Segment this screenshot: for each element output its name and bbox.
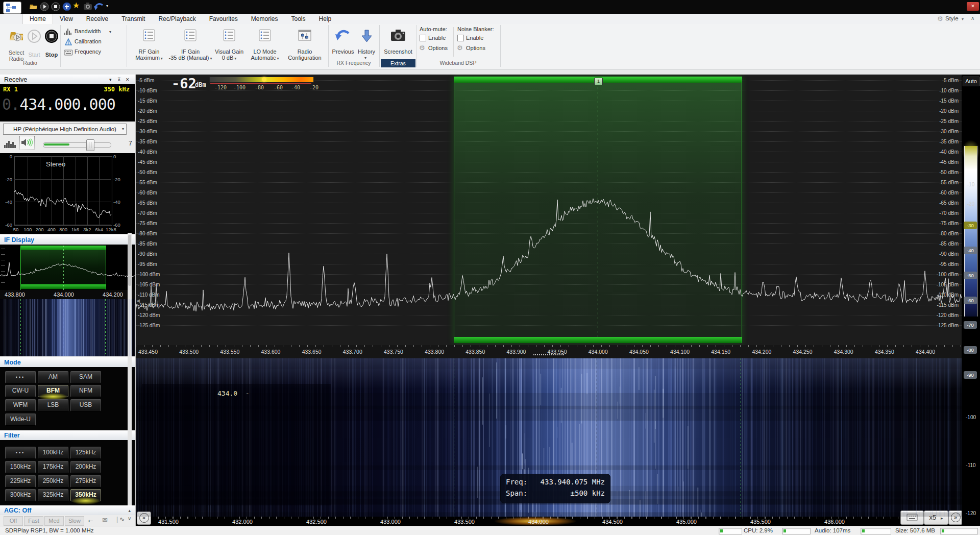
mode-button-nfm[interactable]: NFM [70, 385, 101, 397]
mode-button-wideu[interactable]: Wide-U [5, 414, 36, 426]
stop-button-quick[interactable] [51, 2, 60, 11]
panel-pin-icon[interactable]: ⊼ [117, 77, 121, 82]
agc-button-fast[interactable]: Fast [24, 516, 43, 526]
mode-button-wfm[interactable]: WFM [5, 399, 36, 411]
tab-view[interactable]: View [53, 14, 80, 24]
mode-header[interactable]: Mode ▴ [0, 357, 135, 368]
frequency-label: 434.100 [667, 349, 693, 355]
panel-menu-caret-icon[interactable]: ▾ [109, 77, 112, 82]
filter-button-300khz[interactable]: 300kHz [5, 489, 36, 501]
spectrum-frequency-axis[interactable]: 433.450433.500433.550433.600433.650433.7… [136, 345, 962, 358]
agc-header[interactable]: AGC: Off ▴ [0, 505, 135, 516]
volume-slider-handle[interactable] [86, 139, 94, 151]
quick-access-more-icon[interactable]: ▾ [106, 4, 115, 13]
favourite-button-quick[interactable]: ★ [72, 1, 82, 10]
rf-gain-button[interactable]: RF Gain Maximum▾ [130, 25, 168, 66]
undo-button-quick[interactable] [94, 2, 103, 11]
palette-gradient-bar[interactable] [964, 146, 977, 317]
agc-button-slow[interactable]: Slow [65, 516, 84, 526]
mode-button-[interactable]: ••• [5, 371, 36, 383]
strip-chip[interactable]: -30 [964, 222, 977, 229]
filter-button-100khz[interactable]: 100kHz [38, 447, 68, 459]
mode-button-bfm[interactable]: BFM [38, 385, 68, 397]
strip-chip[interactable]: -90 [964, 371, 977, 379]
back-arrow-icon[interactable]: ← [87, 515, 94, 524]
mode-button-cwu[interactable]: CW-U [5, 385, 36, 397]
filter-button-350khz[interactable]: 350kHz [70, 489, 101, 501]
filter-button-200khz[interactable]: 200kHz [70, 461, 101, 473]
filter-button-250khz[interactable]: 250kHz [38, 475, 68, 488]
tab-receive[interactable]: Receive [80, 14, 115, 24]
tab-help[interactable]: Help [312, 14, 338, 24]
list-icon [223, 29, 235, 41]
play-button-quick[interactable] [40, 2, 49, 11]
calibration-button[interactable]: Calibration [63, 38, 126, 47]
chevron-down-icon[interactable]: ∨ [128, 516, 131, 521]
filter-button-150khz[interactable]: 150kHz [5, 461, 36, 473]
tab-transmit[interactable]: Transmit [115, 14, 152, 24]
radio-configuration-button[interactable]: Radio Configuration [283, 25, 327, 66]
lo-mode-button[interactable]: LO Mode Automatic▾ [248, 25, 282, 66]
tab-rec-playback[interactable]: Rec/Playback [152, 14, 202, 24]
filter-button-325khz[interactable]: 325kHz [38, 489, 68, 501]
mode-button-lsb[interactable]: LSB [38, 399, 68, 411]
filter-button-275khz[interactable]: 275kHz [70, 475, 101, 488]
noise-blanker-options-button[interactable]: Options [466, 45, 485, 51]
waterfall-frequency-scale[interactable]: 431.500432.000432.500433.000433.500434.0… [136, 517, 962, 526]
strip-chip[interactable]: -60 [964, 297, 977, 304]
strip-chip[interactable]: -50 [964, 272, 977, 279]
visual-gain-button[interactable]: Visual Gain 0 dB▾ [212, 25, 246, 66]
audio-device-select[interactable]: HP (Périphérique High Definition Audio) … [3, 124, 127, 135]
automute-enable-checkbox[interactable] [420, 35, 426, 41]
tab-tools[interactable]: Tools [285, 14, 312, 24]
volume-slider[interactable] [43, 142, 111, 148]
filter-button-[interactable]: ••• [5, 447, 36, 459]
close-button[interactable]: ✕ [967, 2, 979, 11]
bandwidth-button[interactable]: Bandwidth ▾ [63, 28, 126, 37]
wideband-waterfall[interactable]: 434.0 - Freq:433.940.075 MHz Span:±500 k… [136, 358, 962, 517]
filter-button-175khz[interactable]: 175kHz [38, 461, 68, 473]
frequency-label: 433.950 [544, 349, 571, 355]
strip-chip[interactable]: -80 [964, 346, 977, 354]
mute-button[interactable] [19, 136, 35, 150]
frequency-button[interactable]: Frequency [63, 48, 126, 57]
mode-button-sam[interactable]: SAM [70, 371, 101, 383]
tab-home[interactable]: Home [22, 14, 53, 24]
add-button-quick[interactable] [62, 2, 71, 11]
strip-chip[interactable]: -70 [964, 321, 977, 329]
app-menu-button[interactable] [3, 2, 21, 14]
frequency-label: 434.150 [707, 349, 734, 355]
meter-scale-label: -80 [251, 85, 267, 90]
mode-button-am[interactable]: AM [38, 371, 68, 383]
waveform-icon[interactable]: ∿ [119, 516, 125, 523]
spectrum-left-scroll-icon[interactable]: ◀ [136, 298, 140, 303]
tab-memories[interactable]: Memories [244, 14, 285, 24]
panel-close-icon[interactable]: ✕ [126, 77, 130, 82]
filter-button-225khz[interactable]: 225kHz [5, 475, 36, 488]
camera-button-quick[interactable] [83, 2, 92, 11]
filter-button-125khz[interactable]: 125kHz [70, 447, 101, 459]
main-spectrum-display[interactable]: 1 -62 dBm ◀ -5 dBm-5 dBm-10 dBm-10 dBm-1… [136, 75, 962, 345]
frequency-display[interactable]: RX 1 350 kHz 0.434.000.000 [0, 84, 135, 121]
agc-button-med[interactable]: Med [44, 516, 64, 526]
if-gain-button[interactable]: IF Gain -35 dB (Manual)▾ [169, 25, 211, 66]
strip-chip[interactable]: -40 [964, 247, 977, 254]
collapse-ribbon-icon[interactable]: ∧ [971, 15, 974, 21]
filter-header[interactable]: Filter ▴ [0, 430, 135, 441]
automute-options-button[interactable]: Options [428, 45, 448, 51]
if-display-header[interactable]: IF Display ▴ [0, 235, 135, 246]
collapse-icon[interactable]: ▴ [128, 508, 131, 513]
frequency-digits[interactable]: 0.434.000.000 [2, 95, 115, 113]
noise-blanker-enable-checkbox[interactable] [457, 35, 464, 41]
auto-contrast-button[interactable]: Auto [963, 77, 979, 86]
receive-panel-caption[interactable]: Receive ▾ ⊼ ✕ [0, 75, 135, 85]
style-menu[interactable]: Style [945, 15, 959, 21]
agc-button-off[interactable]: Off [4, 516, 23, 526]
filter-button-label: 325kHz [43, 491, 64, 498]
if-waterfall[interactable] [0, 299, 135, 356]
mode-button-usb[interactable]: USB [70, 399, 101, 411]
tab-favourites[interactable]: Favourites [203, 14, 244, 24]
envelope-icon[interactable]: ✉ [102, 516, 108, 524]
if-spectrum-display[interactable] [0, 245, 135, 290]
open-folder-button[interactable] [29, 2, 38, 11]
